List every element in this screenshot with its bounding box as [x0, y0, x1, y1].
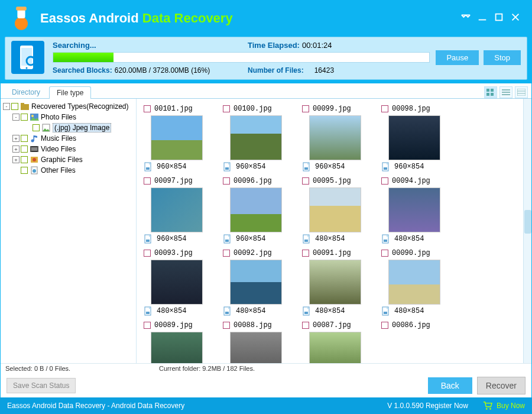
tree-checkbox[interactable]	[11, 103, 18, 110]
tree-graphic-files[interactable]: + Graphic Files	[2, 154, 135, 165]
file-tile[interactable]: 00086.jpg	[380, 320, 449, 363]
file-checkbox[interactable]	[302, 322, 309, 329]
tree-jpeg[interactable]: (.jpg) Jpeg Image	[2, 122, 135, 133]
expand-icon[interactable]: +	[12, 145, 20, 153]
pause-button[interactable]: Pause	[436, 50, 479, 65]
view-list-button[interactable]	[499, 86, 512, 98]
file-tile[interactable]: 00087.jpg480×854	[301, 320, 369, 363]
svg-rect-44	[146, 240, 150, 242]
buy-now-link[interactable]: Buy Now	[482, 401, 525, 410]
tab-filetype[interactable]: File type	[49, 86, 91, 99]
version-register-link[interactable]: V 1.0.0.590 Register Now	[387, 402, 468, 410]
file-checkbox[interactable]	[381, 105, 388, 112]
file-tile[interactable]: 00093.jpg480×854	[142, 248, 211, 316]
file-tile[interactable]: 00096.jpg960×854	[222, 176, 290, 244]
tree-checkbox[interactable]	[21, 156, 28, 163]
recover-button[interactable]: Recover	[477, 377, 525, 394]
svg-point-7	[26, 67, 28, 69]
file-type-icon	[381, 162, 391, 172]
svg-point-34	[33, 169, 36, 173]
tree-photo-files[interactable]: - Photo Files	[2, 112, 135, 122]
time-elapsed-value: 00:01:24	[302, 41, 332, 50]
svg-rect-38	[225, 167, 229, 170]
file-thumbnail	[388, 115, 440, 160]
file-thumbnail	[151, 187, 203, 232]
stop-button[interactable]: Stop	[484, 50, 521, 65]
tree-checkbox[interactable]	[21, 135, 28, 142]
file-checkbox[interactable]	[223, 105, 230, 112]
file-checkbox[interactable]	[144, 105, 151, 112]
footer-bar: Eassos Android Data Recovery - Android D…	[0, 397, 532, 414]
tree-video-files[interactable]: + Video Files	[2, 144, 135, 154]
close-button[interactable]	[507, 12, 524, 25]
file-checkbox[interactable]	[223, 177, 230, 185]
scrollbar-thumb[interactable]	[524, 210, 531, 234]
file-checkbox[interactable]	[302, 250, 309, 257]
status-bar: Selected: 0 B / 0 Files. Current folder:…	[1, 363, 531, 374]
footer-app-name: Eassos Android Data Recovery - Android D…	[7, 402, 184, 410]
device-search-icon	[11, 41, 44, 74]
collapse-icon[interactable]: -	[3, 103, 10, 110]
file-checkbox[interactable]	[302, 177, 309, 185]
expand-icon[interactable]: +	[12, 156, 20, 163]
file-dimensions: 960×854	[394, 163, 424, 171]
file-tile[interactable]: 00089.jpg480×854	[142, 320, 211, 363]
tree-root[interactable]: - Recovered Types(Recognized)	[2, 101, 135, 112]
file-checkbox[interactable]	[144, 322, 151, 329]
file-type-icon	[223, 234, 232, 244]
file-checkbox[interactable]	[223, 250, 230, 257]
progress-bar	[53, 52, 430, 63]
minimize-button[interactable]	[474, 12, 491, 25]
file-tile[interactable]: 00099.jpg960×854	[301, 104, 369, 172]
file-thumbnail	[230, 187, 282, 232]
file-dimensions: 480×854	[315, 235, 345, 243]
file-checkbox[interactable]	[144, 250, 151, 257]
file-tile[interactable]: 00100.jpg960×854	[222, 104, 290, 172]
titlebar: Eassos Android Data Recovery	[0, 0, 532, 37]
file-tile[interactable]: 00101.jpg960×854	[142, 104, 211, 172]
cart-icon	[482, 401, 493, 410]
menu-dropdown-icon[interactable]	[458, 12, 474, 25]
file-type-icon	[144, 162, 153, 172]
file-tile[interactable]: 00092.jpg480×854	[222, 248, 290, 316]
tree-music-files[interactable]: + Music Files	[2, 133, 135, 144]
svg-rect-54	[225, 312, 229, 314]
file-checkbox[interactable]	[381, 322, 388, 329]
file-checkbox[interactable]	[223, 322, 230, 329]
file-name: 00093.jpg	[154, 249, 193, 257]
svg-rect-12	[486, 93, 489, 96]
number-of-files-label: Number of Files:	[248, 66, 304, 75]
tree-checkbox[interactable]	[21, 114, 28, 121]
file-thumbnail	[151, 332, 203, 363]
file-tile[interactable]: 00090.jpg480×854	[380, 248, 449, 316]
expand-icon[interactable]: +	[12, 135, 20, 142]
file-tile[interactable]: 00088.jpg480×854	[222, 320, 290, 363]
file-type-icon	[223, 162, 232, 172]
maximize-button[interactable]	[491, 12, 507, 25]
tab-directory[interactable]: Directory	[4, 86, 48, 98]
collapse-icon[interactable]: -	[12, 114, 20, 121]
file-checkbox[interactable]	[144, 177, 151, 185]
svg-rect-26	[34, 135, 35, 141]
file-checkbox[interactable]	[381, 250, 388, 257]
tree-checkbox[interactable]	[21, 167, 28, 174]
file-tile[interactable]: 00095.jpg480×854	[301, 176, 369, 244]
save-scan-status-button[interactable]: Save Scan Status	[7, 378, 76, 393]
file-checkbox[interactable]	[302, 105, 309, 112]
tree-other-files[interactable]: Other Files	[2, 165, 135, 176]
file-tile[interactable]: 00097.jpg960×854	[142, 176, 211, 244]
file-tile[interactable]: 00094.jpg480×854	[380, 176, 449, 244]
file-tile[interactable]: 00098.jpg960×854	[380, 104, 449, 172]
file-tile[interactable]: 00091.jpg480×854	[301, 248, 369, 316]
back-button[interactable]: Back	[428, 377, 472, 394]
tree-checkbox[interactable]	[33, 124, 40, 131]
file-dimensions: 480×854	[315, 307, 345, 315]
view-details-button[interactable]	[515, 86, 528, 98]
file-type-icon	[381, 234, 391, 244]
tree-checkbox[interactable]	[21, 145, 28, 153]
file-thumbnail	[151, 260, 203, 305]
file-checkbox[interactable]	[381, 177, 388, 185]
view-thumbnails-button[interactable]	[484, 86, 497, 98]
vertical-scrollbar[interactable]	[523, 99, 531, 363]
svg-rect-36	[146, 167, 150, 170]
